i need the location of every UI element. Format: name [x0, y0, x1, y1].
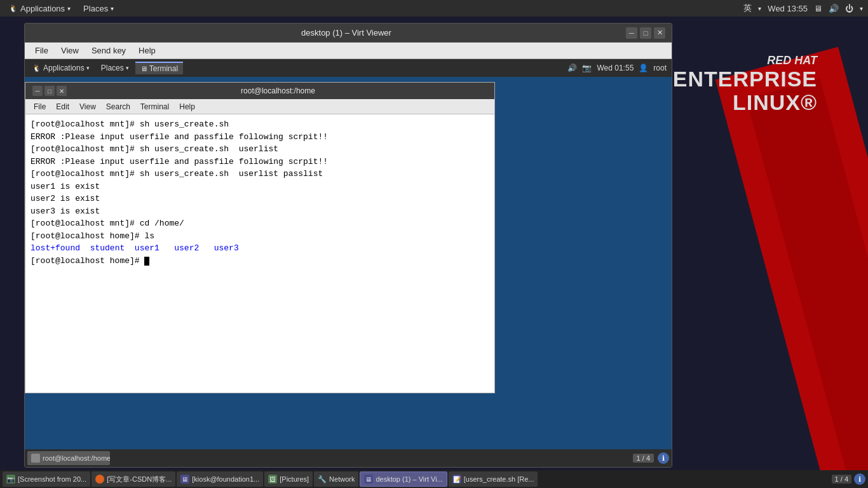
- vm-info-icon[interactable]: ℹ: [658, 452, 669, 464]
- rhel-enterprise-text: ENTERPRISE: [673, 67, 817, 91]
- volume-icon[interactable]: 🔊: [829, 4, 839, 13]
- vm-task-root-home-label: root@localhost:/home: [43, 454, 110, 462]
- terminal-line: [root@localhost home]#: [31, 255, 489, 268]
- terminal-menu-bar: File Edit View Search Terminal Help: [25, 99, 494, 114]
- host-task-virt-viewer-label: desktop (1) – Virt Vi...: [376, 475, 442, 483]
- vm-screen-icon[interactable]: 📷: [582, 64, 592, 72]
- vm-top-right: 🔊 📷 Wed 01:55 👤 root: [567, 64, 672, 72]
- lang-chevron: ▾: [758, 5, 761, 12]
- terminal-cursor: [144, 257, 149, 266]
- terminal-menu-file[interactable]: File: [29, 102, 50, 112]
- terminal-minimize-button[interactable]: ─: [32, 86, 43, 96]
- terminal-line: user2 is exist: [31, 193, 489, 205]
- terminal-menu-terminal[interactable]: Terminal: [136, 102, 173, 112]
- desktop: RED HAT ENTERPRISE LINUX® desktop (1) – …: [0, 17, 868, 470]
- terminal-title: root@localhost:/home: [67, 86, 489, 95]
- terminal-line: [root@localhost mnt]# sh users_create.sh…: [31, 168, 489, 180]
- applications-menu-button[interactable]: 🐧 Applications ▾: [4, 3, 76, 15]
- virt-menu-file[interactable]: File: [30, 44, 53, 57]
- terminal-menu-view[interactable]: View: [75, 102, 100, 112]
- vm-taskbar: root@localhost:/home 1 / 4 ℹ: [25, 449, 672, 467]
- rhel-logo: RED HAT ENTERPRISE LINUX®: [673, 55, 817, 115]
- terminal-line: [root@localhost home]# ls: [31, 230, 489, 243]
- terminal-line: [root@localhost mnt]# sh users_create.sh: [31, 118, 489, 131]
- terminal-content[interactable]: [root@localhost mnt]# sh users_create.sh…: [25, 114, 494, 393]
- top-bar-right: 英 ▾ Wed 13:55 🖥 🔊 ⏻ ▾: [743, 3, 868, 14]
- vm-applications-label: Applications: [43, 64, 85, 72]
- host-task-kiosk-label: [kiosk@foundation1...: [192, 475, 259, 483]
- host-task-users-create[interactable]: 📝 [users_create.sh [Re...: [449, 471, 538, 487]
- vm-places-button[interactable]: Places ▾: [96, 62, 134, 74]
- host-pager[interactable]: 1 / 4: [832, 475, 851, 484]
- host-taskbar-right: 1 / 4 ℹ: [832, 473, 865, 485]
- vm-applications-button[interactable]: 🐧 Applications ▾: [27, 62, 95, 74]
- users-create-icon: 📝: [452, 475, 461, 484]
- places-menu-button[interactable]: Places ▾: [78, 3, 119, 15]
- terminal-menu-edit[interactable]: Edit: [51, 102, 74, 112]
- virt-minimize-button[interactable]: ─: [626, 27, 637, 39]
- applications-chevron: ▾: [67, 5, 71, 12]
- host-info-icon[interactable]: ℹ: [854, 473, 865, 485]
- host-task-network-label: Network: [329, 475, 355, 483]
- virt-close-button[interactable]: ✕: [654, 27, 665, 39]
- power-chevron: ▾: [860, 5, 863, 12]
- network-icon: 🔧: [318, 475, 327, 484]
- virt-menu-view[interactable]: View: [56, 44, 84, 57]
- terminal-line: [root@localhost mnt]# sh users_create.sh…: [31, 143, 489, 156]
- vm-taskbar-right: 1 / 4 ℹ: [633, 452, 669, 464]
- screen-icon[interactable]: 🖥: [814, 4, 822, 13]
- vm-terminal-label: Terminal: [149, 64, 178, 73]
- host-taskbar: 📷 [Screenshot from 20... [写文章-CSDN博客... …: [0, 470, 868, 488]
- vm-user-icon[interactable]: 👤: [639, 64, 648, 72]
- virt-viewer-title: desktop (1) – Virt Viewer: [69, 28, 623, 37]
- places-label: Places: [83, 4, 108, 13]
- host-task-screenshot-label: [Screenshot from 20...: [18, 475, 86, 483]
- virt-maximize-button[interactable]: □: [640, 27, 651, 39]
- vm-desktop: 🐧 Applications ▾ Places ▾ 🖥 Terminal 🔊: [25, 59, 672, 467]
- host-task-csdn[interactable]: [写文章-CSDN博客...: [92, 471, 175, 487]
- applications-label: Applications: [20, 4, 65, 13]
- vm-user-label: root: [653, 64, 667, 72]
- vm-top-bar: 🐧 Applications ▾ Places ▾ 🖥 Terminal 🔊: [25, 59, 672, 77]
- terminal-line: ERROR :Please input userfile and passfil…: [31, 156, 489, 168]
- vm-terminal-tab[interactable]: 🖥 Terminal: [135, 62, 183, 74]
- terminal-maximize-button[interactable]: □: [44, 86, 55, 96]
- host-task-network[interactable]: 🔧 Network: [314, 471, 358, 487]
- terminal-menu-search[interactable]: Search: [102, 102, 135, 112]
- terminal-line: [root@localhost mnt]# cd /home/: [31, 217, 489, 230]
- pictures-icon: 🖼: [268, 475, 277, 484]
- places-chevron: ▾: [111, 5, 114, 12]
- terminal-line: lost+found student user1 user2 user3: [31, 242, 489, 255]
- virt-viewer-window: desktop (1) – Virt Viewer ─ □ ✕ File Vie…: [24, 23, 672, 468]
- terminal-close-button[interactable]: ✕: [57, 86, 67, 96]
- terminal-line: ERROR :Please input userfile and passfil…: [31, 131, 489, 144]
- vm-task-root-home[interactable]: root@localhost:/home: [27, 451, 110, 465]
- host-task-kiosk[interactable]: 🖥 [kiosk@foundation1...: [177, 471, 263, 487]
- kiosk-icon: 🖥: [180, 475, 189, 484]
- terminal-menu-help[interactable]: Help: [175, 102, 200, 112]
- lang-indicator[interactable]: 英: [743, 3, 752, 14]
- vm-terminal-icon: 🖥: [140, 65, 147, 72]
- host-top-bar: 🐧 Applications ▾ Places ▾ 英 ▾ Wed 13:55 …: [0, 0, 868, 17]
- host-task-screenshot[interactable]: 📷 [Screenshot from 20...: [3, 471, 90, 487]
- vm-pager[interactable]: 1 / 4: [633, 454, 654, 463]
- csdn-icon: [95, 475, 104, 484]
- virt-menu-send-key[interactable]: Send key: [86, 44, 131, 57]
- vm-volume-icon[interactable]: 🔊: [567, 64, 577, 72]
- virt-viewer-icon: 🖥: [364, 475, 373, 484]
- virt-menu-help[interactable]: Help: [133, 44, 161, 57]
- vm-top-left: 🐧 Applications ▾ Places ▾ 🖥 Terminal: [25, 62, 183, 74]
- virt-viewer-title-bar: desktop (1) – Virt Viewer ─ □ ✕: [25, 24, 672, 43]
- host-task-users-create-label: [users_create.sh [Re...: [464, 475, 534, 483]
- power-icon[interactable]: ⏻: [845, 4, 853, 13]
- vm-places-label: Places: [101, 64, 124, 72]
- host-task-pictures[interactable]: 🖼 [Pictures]: [264, 471, 313, 487]
- vm-datetime: Wed 01:55: [597, 64, 634, 72]
- rhel-red-hat-text: RED HAT: [673, 55, 817, 67]
- terminal-line: user3 is exist: [31, 205, 489, 218]
- terminal-window-controls: ─ □ ✕: [31, 86, 67, 96]
- host-task-csdn-label: [写文章-CSDN博客...: [107, 475, 172, 484]
- host-task-pictures-label: [Pictures]: [280, 475, 309, 483]
- host-task-virt-viewer[interactable]: 🖥 desktop (1) – Virt Vi...: [360, 471, 447, 487]
- terminal-line: user1 is exist: [31, 180, 489, 193]
